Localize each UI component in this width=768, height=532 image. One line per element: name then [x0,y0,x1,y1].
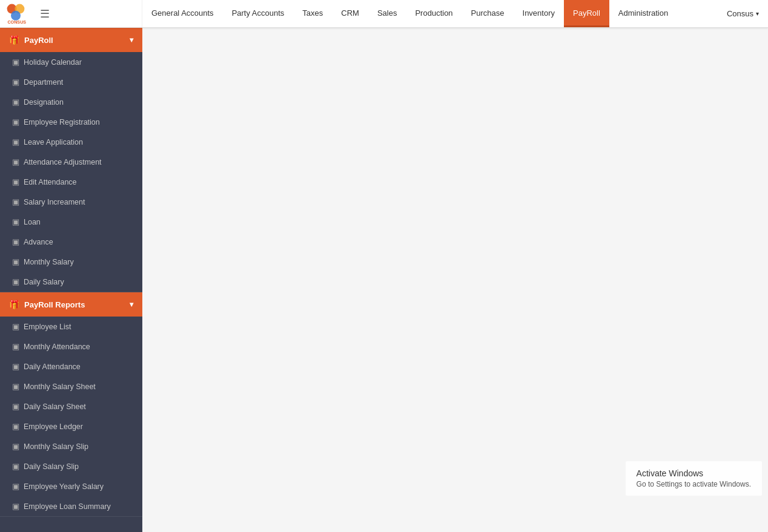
sidebar-link-monthly-salary-sheet[interactable]: ▣Monthly Salary Sheet [0,376,142,396]
main-content [142,28,768,532]
sidebar-link-salary-increament[interactable]: ▣Salary Increament [0,192,142,212]
menu-item-icon-daily-salary-sheet: ▣ [12,402,19,411]
sidebar-item-employee-registration[interactable]: ▣Employee Registration [0,112,142,132]
menu-item-icon-daily-salary: ▣ [12,277,19,286]
svg-point-2 [11,10,21,20]
sidebar-item-advance[interactable]: ▣Advance [0,232,142,252]
sidebar-link-loan[interactable]: ▣Loan [0,212,142,232]
sidebar-link-edit-attendance[interactable]: ▣Edit Attendance [0,172,142,192]
sidebar-item-employee-list[interactable]: ▣Employee List [0,317,142,337]
sidebar-link-monthly-attendance[interactable]: ▣Monthly Attendance [0,337,142,356]
nav-link-purchase[interactable]: Purchase [462,0,514,27]
sidebar-link-attendance-adjustment[interactable]: ▣Attendance Adjustment [0,152,142,172]
nav-item-taxes[interactable]: Taxes [293,0,332,27]
sidebar-item-loan[interactable]: ▣Loan [0,212,142,232]
sidebar-section-payroll: 🎁PayRoll▾▣Holiday Calendar▣Department▣De… [0,28,142,292]
sidebar-link-employee-loan-summary[interactable]: ▣Employee Loan Summary [0,496,142,516]
sidebar-item-salary-increament[interactable]: ▣Salary Increament [0,192,142,212]
sidebar-item-daily-salary-sheet[interactable]: ▣Daily Salary Sheet [0,396,142,416]
menu-item-label-monthly-salary-slip: Monthly Salary Slip [24,442,88,451]
sidebar-link-monthly-salary-slip[interactable]: ▣Monthly Salary Slip [0,436,142,456]
nav-item-sales[interactable]: Sales [368,0,406,27]
sidebar-item-leave-application[interactable]: ▣Leave Application [0,132,142,152]
sidebar-item-daily-salary[interactable]: ▣Daily Salary [0,272,142,292]
sidebar-link-daily-salary-slip[interactable]: ▣Daily Salary Slip [0,456,142,476]
menu-item-icon-edit-attendance: ▣ [12,177,19,186]
hamburger-button[interactable]: ☰ [34,7,56,21]
user-label: Consus [727,9,753,18]
sidebar-item-employee-loan-summary[interactable]: ▣Employee Loan Summary [0,496,142,516]
sidebar-item-employee-yearly-salary[interactable]: ▣Employee Yearly Salary [0,476,142,496]
menu-item-icon-employee-list: ▣ [12,322,19,331]
section-title-payroll-reports: PayRoll Reports [24,300,85,309]
sidebar-link-holiday-calendar[interactable]: ▣Holiday Calendar [0,52,142,72]
sidebar-item-monthly-salary[interactable]: ▣Monthly Salary [0,252,142,272]
nav-link-crm[interactable]: CRM [332,0,368,27]
nav-link-party-accounts[interactable]: Party Accounts [223,0,294,27]
nav-item-general-accounts[interactable]: General Accounts [142,0,223,27]
sidebar-item-daily-attendance[interactable]: ▣Daily Attendance [0,356,142,376]
menu-item-label-employee-ledger: Employee Ledger [24,422,83,431]
nav-item-crm[interactable]: CRM [332,0,368,27]
sidebar-section-header-payroll-reports[interactable]: 🎁PayRoll Reports▾ [0,292,142,317]
sidebar-item-monthly-salary-sheet[interactable]: ▣Monthly Salary Sheet [0,376,142,396]
nav-link-administration[interactable]: Administration [609,0,677,27]
nav-item-administration[interactable]: Administration [609,0,677,27]
menu-item-label-edit-attendance: Edit Attendance [24,178,77,186]
sidebar-section-header-payroll[interactable]: 🎁PayRoll▾ [0,28,142,52]
sidebar-item-monthly-salary-slip[interactable]: ▣Monthly Salary Slip [0,436,142,456]
menu-item-icon-holiday-calendar: ▣ [12,57,19,67]
nav-link-inventory[interactable]: Inventory [514,0,564,27]
section-chevron-payroll-reports: ▾ [130,300,133,309]
menu-item-icon-leave-application: ▣ [12,137,19,146]
sidebar-link-designation[interactable]: ▣Designation [0,92,142,112]
nav-link-payroll[interactable]: PayRoll [564,0,609,27]
sidebar-item-designation[interactable]: ▣Designation [0,92,142,112]
sidebar-link-daily-attendance[interactable]: ▣Daily Attendance [0,356,142,376]
sidebar-link-employee-registration[interactable]: ▣Employee Registration [0,112,142,132]
sidebar-item-attendance-adjustment[interactable]: ▣Attendance Adjustment [0,152,142,172]
section-title-payroll: PayRoll [24,36,53,45]
nav-item-payroll[interactable]: PayRoll [564,0,609,27]
nav-link-general-accounts[interactable]: General Accounts [142,0,223,27]
sidebar-link-daily-salary-sheet[interactable]: ▣Daily Salary Sheet [0,396,142,416]
nav-item-production[interactable]: Production [406,0,462,27]
menu-item-label-daily-salary-sheet: Daily Salary Sheet [24,402,86,411]
user-menu[interactable]: Consus ▾ [718,0,768,27]
menu-item-label-salary-increament: Salary Increament [24,198,85,206]
sidebar-link-daily-salary[interactable]: ▣Daily Salary [0,272,142,292]
sidebar-item-employee-ledger[interactable]: ▣Employee Ledger [0,416,142,436]
nav-link-production[interactable]: Production [406,0,462,27]
nav-item-party-accounts[interactable]: Party Accounts [223,0,294,27]
nav-item-inventory[interactable]: Inventory [514,0,564,27]
sidebar-link-department[interactable]: ▣Department [0,72,142,92]
menu-item-label-monthly-salary-sheet: Monthly Salary Sheet [24,383,96,391]
sidebar-section-payroll-reports: 🎁PayRoll Reports▾▣Employee List▣Monthly … [0,292,142,517]
menu-item-label-daily-attendance: Daily Attendance [24,363,81,371]
nav-items-list: General AccountsParty AccountsTaxesCRMSa… [142,0,718,27]
menu-item-icon-employee-registration: ▣ [12,117,19,126]
sidebar-link-leave-application[interactable]: ▣Leave Application [0,132,142,152]
menu-item-icon-monthly-salary: ▣ [12,257,19,266]
menu-item-label-holiday-calendar: Holiday Calendar [24,58,82,67]
sidebar-item-edit-attendance[interactable]: ▣Edit Attendance [0,172,142,192]
menu-item-label-employee-list: Employee List [24,323,71,331]
nav-link-taxes[interactable]: Taxes [293,0,332,27]
sidebar-link-employee-list[interactable]: ▣Employee List [0,317,142,337]
menu-item-label-monthly-salary: Monthly Salary [24,258,74,266]
sidebar-item-monthly-attendance[interactable]: ▣Monthly Attendance [0,337,142,356]
sidebar: 🎁PayRoll▾▣Holiday Calendar▣Department▣De… [0,28,142,532]
sidebar-link-advance[interactable]: ▣Advance [0,232,142,252]
menu-item-icon-daily-salary-slip: ▣ [12,462,19,471]
menu-item-icon-monthly-salary-sheet: ▣ [12,382,19,391]
sidebar-link-monthly-salary[interactable]: ▣Monthly Salary [0,252,142,272]
sidebar-link-employee-yearly-salary[interactable]: ▣Employee Yearly Salary [0,476,142,496]
sidebar-item-department[interactable]: ▣Department [0,72,142,92]
sidebar-item-holiday-calendar[interactable]: ▣Holiday Calendar [0,52,142,72]
nav-item-purchase[interactable]: Purchase [462,0,514,27]
nav-link-sales[interactable]: Sales [368,0,406,27]
sidebar-item-daily-salary-slip[interactable]: ▣Daily Salary Slip [0,456,142,476]
menu-item-icon-daily-attendance: ▣ [12,362,19,371]
menu-item-label-attendance-adjustment: Attendance Adjustment [24,158,102,166]
sidebar-link-employee-ledger[interactable]: ▣Employee Ledger [0,416,142,436]
